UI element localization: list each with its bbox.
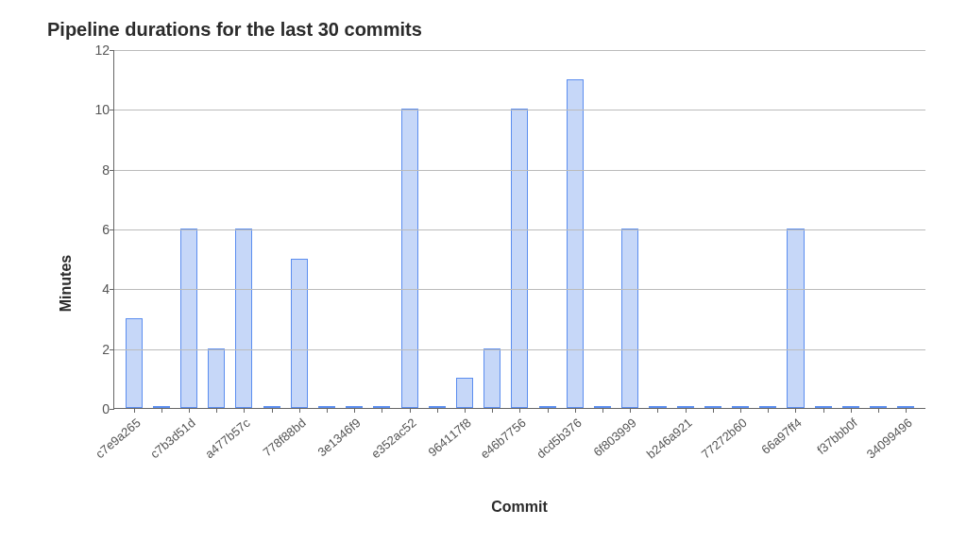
gridline	[114, 50, 925, 51]
x-tick-mark	[437, 408, 438, 413]
y-axis-label: Minutes	[58, 254, 75, 311]
chart-title: Pipeline durations for the last 30 commi…	[47, 19, 929, 41]
y-tick-mark	[110, 50, 114, 51]
bar[interactable]	[621, 229, 638, 408]
gridline	[114, 170, 925, 171]
bar[interactable]	[126, 318, 143, 408]
bar[interactable]	[401, 109, 418, 408]
bar[interactable]	[180, 229, 197, 408]
bar[interactable]	[235, 229, 252, 408]
x-tick-mark	[244, 408, 245, 413]
x-tick-mark	[630, 408, 631, 413]
y-tick-mark	[110, 409, 114, 410]
x-tick-mark	[382, 408, 382, 413]
chart-area: Minutes c7e9a265c7b3d51da477b57c778f88bd…	[113, 50, 929, 516]
x-tick-mark	[878, 408, 879, 413]
x-tick-mark	[906, 408, 907, 413]
x-tick-mark	[410, 408, 411, 413]
x-tick-mark	[272, 408, 273, 413]
x-tick-mark	[216, 408, 217, 413]
y-tick-label: 0	[81, 401, 110, 416]
x-tick-mark	[686, 408, 687, 413]
x-tick-mark	[768, 408, 769, 413]
bar[interactable]	[291, 259, 308, 408]
y-tick-mark	[110, 110, 114, 110]
x-tick-mark	[465, 408, 466, 413]
x-tick-mark	[795, 408, 796, 413]
y-tick-mark	[110, 229, 114, 230]
gridline	[114, 229, 925, 230]
x-tick-mark	[713, 408, 714, 413]
x-tick-mark	[299, 408, 300, 413]
x-tick-mark	[134, 408, 135, 413]
x-tick-mark	[327, 408, 328, 413]
y-tick-mark	[110, 289, 114, 290]
x-tick-mark	[519, 408, 520, 413]
y-tick-mark	[110, 170, 114, 171]
bar[interactable]	[511, 109, 528, 408]
x-axis-label: Commit	[113, 499, 925, 516]
gridline	[114, 289, 925, 290]
bar[interactable]	[567, 79, 584, 408]
y-tick-label: 2	[81, 342, 110, 357]
y-tick-label: 12	[81, 42, 110, 58]
x-tick-mark	[657, 408, 658, 413]
x-tick-mark	[189, 408, 190, 413]
x-tick-mark	[492, 408, 493, 413]
y-tick-label: 8	[81, 162, 110, 178]
x-tick-mark	[161, 408, 162, 413]
y-tick-label: 10	[81, 102, 110, 117]
gridline	[114, 349, 925, 350]
plot-area: c7e9a265c7b3d51da477b57c778f88bd3e1346f9…	[113, 50, 925, 409]
x-tick-mark	[548, 408, 549, 413]
x-tick-mark	[602, 408, 603, 413]
bar[interactable]	[208, 348, 225, 408]
x-tick-mark	[740, 408, 741, 413]
x-tick-mark	[851, 408, 852, 413]
x-tick-mark	[354, 408, 355, 413]
y-tick-mark	[110, 349, 114, 350]
y-tick-label: 6	[81, 222, 110, 237]
x-tick-mark	[823, 408, 824, 413]
bar[interactable]	[456, 378, 473, 408]
x-tick-label: 34099496	[906, 381, 957, 427]
bar[interactable]	[484, 348, 500, 408]
chart-container: Pipeline durations for the last 30 commi…	[0, 0, 967, 535]
bar[interactable]	[787, 229, 804, 408]
y-tick-label: 4	[81, 281, 110, 297]
gridline	[114, 110, 925, 110]
x-tick-mark	[575, 408, 576, 413]
